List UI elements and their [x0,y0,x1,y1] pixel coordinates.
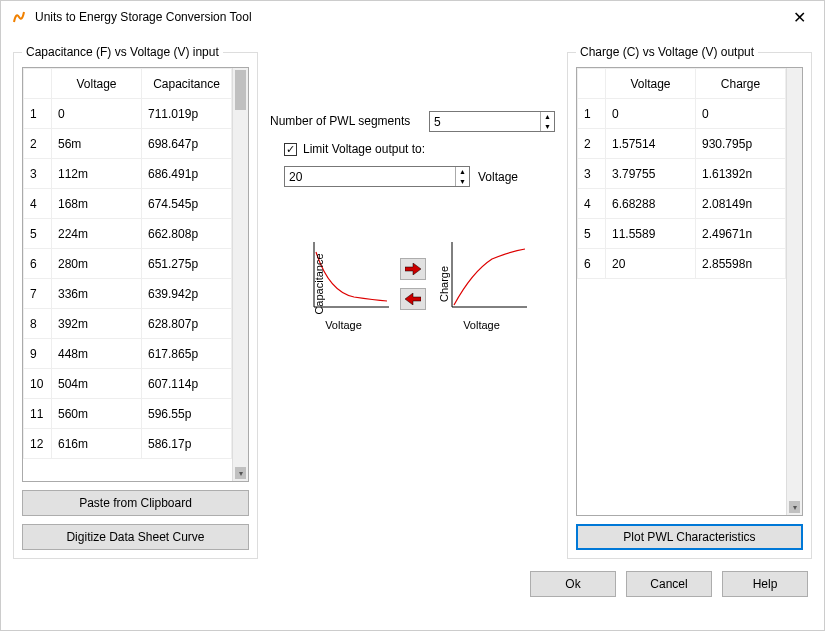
svg-marker-2 [405,263,421,275]
table-row: 46.682882.08149n [578,189,786,219]
table-row: 5224m662.808p [24,219,232,249]
output-panel-legend: Charge (C) vs Voltage (V) output [576,45,758,59]
table-row: 6202.85598n [578,249,786,279]
cap-plot-ylabel: Capacitance [312,253,324,314]
capacitance-plot: Capacitance Voltage [294,237,394,331]
table-row: 11560m596.55p [24,399,232,429]
rownum-header [24,69,52,99]
pwl-segments-field: Number of PWL segments ▲ ▼ [270,111,555,132]
charge-plot: Charge Voltage [432,237,532,331]
table-row: 9448m617.865p [24,339,232,369]
plot-pwl-button[interactable]: Plot PWL Characteristics [576,524,803,550]
cancel-button[interactable]: Cancel [626,571,712,597]
pwl-segments-input[interactable] [430,112,540,131]
close-icon[interactable]: ✕ [785,4,814,31]
table-row: 10504m607.114p [24,369,232,399]
title-bar: Units to Energy Storage Conversion Tool … [1,1,824,33]
pwl-segments-spinbox[interactable]: ▲ ▼ [429,111,555,132]
table-row: 6280m651.275p [24,249,232,279]
paste-clipboard-button[interactable]: Paste from Clipboard [22,490,249,516]
spin-down-icon[interactable]: ▼ [456,177,469,187]
output-table[interactable]: Voltage Charge 100 21.57514930.795p 33.7… [577,68,786,279]
rownum-header [578,69,606,99]
limit-voltage-checkbox[interactable] [284,143,297,156]
ok-button[interactable]: Ok [530,571,616,597]
table-row: 511.55892.49671n [578,219,786,249]
table-row: 7336m639.942p [24,279,232,309]
spin-up-icon[interactable]: ▲ [541,112,554,122]
table-row: 4168m674.545p [24,189,232,219]
dialog-content: Capacitance (F) vs Voltage (V) input Vol… [1,33,824,563]
output-table-scroll[interactable]: Voltage Charge 100 21.57514930.795p 33.7… [577,68,786,515]
table-row: 100 [578,99,786,129]
table-row: 21.57514930.795p [578,129,786,159]
limit-voltage-unit: Voltage [478,170,518,184]
spin-controls: ▲ ▼ [540,112,554,131]
input-col-capacitance: Capacitance [142,69,232,99]
limit-voltage-field: ▲ ▼ Voltage [284,166,555,187]
output-col-voltage: Voltage [606,69,696,99]
input-scrollbar[interactable]: ▾ [232,68,248,481]
input-panel: Capacitance (F) vs Voltage (V) input Vol… [13,45,258,559]
charge-plot-xlabel: Voltage [432,319,532,331]
input-col-voltage: Voltage [52,69,142,99]
table-row: 10711.019p [24,99,232,129]
charge-plot-ylabel: Charge [438,266,450,302]
app-icon [11,9,27,25]
limit-voltage-row: Limit Voltage output to: [284,142,555,156]
output-scrollbar[interactable]: ▾ [786,68,802,515]
help-button[interactable]: Help [722,571,808,597]
output-panel: Charge (C) vs Voltage (V) output Voltage… [567,45,812,559]
spin-up-icon[interactable]: ▲ [456,167,469,177]
limit-voltage-label: Limit Voltage output to: [303,142,425,156]
input-table[interactable]: Voltage Capacitance 10711.019p 256m698.6… [23,68,232,459]
output-col-charge: Charge [696,69,786,99]
output-table-container: Voltage Charge 100 21.57514930.795p 33.7… [576,67,803,516]
arrow-buttons [400,258,426,310]
pwl-segments-label: Number of PWL segments [270,114,423,128]
chevron-down-icon[interactable]: ▾ [235,467,246,479]
table-row: 3112m686.491p [24,159,232,189]
chevron-down-icon[interactable]: ▾ [789,501,800,513]
arrow-left-button[interactable] [400,288,426,310]
input-table-scroll[interactable]: Voltage Capacitance 10711.019p 256m698.6… [23,68,232,481]
conversion-plot-area: Capacitance Voltage Charge [270,237,555,331]
table-row: 8392m628.807p [24,309,232,339]
spin-down-icon[interactable]: ▼ [541,122,554,132]
spin-controls: ▲ ▼ [455,167,469,186]
svg-marker-3 [405,293,421,305]
input-table-container: Voltage Capacitance 10711.019p 256m698.6… [22,67,249,482]
table-row: 256m698.647p [24,129,232,159]
dialog-button-bar: Ok Cancel Help [1,563,824,609]
center-controls: Number of PWL segments ▲ ▼ Limit Voltage… [266,45,559,559]
digitize-curve-button[interactable]: Digitize Data Sheet Curve [22,524,249,550]
table-row: 12616m586.17p [24,429,232,459]
limit-voltage-input[interactable] [285,167,455,186]
cap-plot-xlabel: Voltage [294,319,394,331]
input-panel-legend: Capacitance (F) vs Voltage (V) input [22,45,223,59]
arrow-right-button[interactable] [400,258,426,280]
limit-voltage-spinbox[interactable]: ▲ ▼ [284,166,470,187]
scroll-thumb[interactable] [235,70,246,110]
table-row: 33.797551.61392n [578,159,786,189]
window-title: Units to Energy Storage Conversion Tool [35,10,252,24]
